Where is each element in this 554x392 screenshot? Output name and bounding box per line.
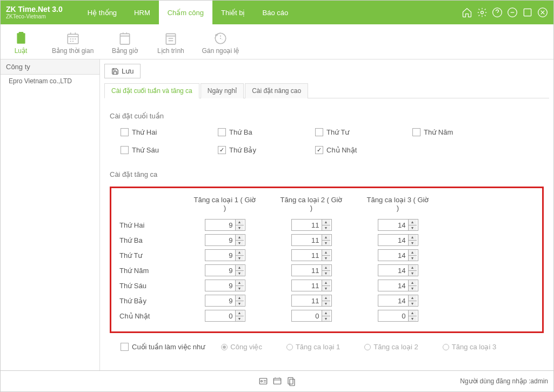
weekend-day-checkbox[interactable]: Thứ Năm — [412, 128, 461, 136]
gear-icon[interactable] — [477, 7, 488, 18]
tab-hrm[interactable]: HRM — [125, 1, 159, 24]
ot-hours-spinner[interactable]: ▲▼ — [291, 219, 332, 231]
toolbar-shift[interactable]: Bảng giờ — [110, 31, 139, 55]
spin-down-icon[interactable]: ▼ — [236, 286, 244, 291]
ot-hours-spinner[interactable]: ▲▼ — [205, 234, 245, 246]
subtab-weekend-ot[interactable]: Cài đặt cuối tuần và tăng ca — [104, 83, 199, 98]
ot-hours-spinner[interactable]: ▲▼ — [291, 264, 332, 276]
spin-down-icon[interactable]: ▼ — [322, 241, 330, 246]
ot-row: Thứ Năm▲▼▲▼▲▼ — [117, 263, 441, 278]
ot-hours-spinner[interactable]: ▲▼ — [291, 295, 332, 307]
spin-up-icon[interactable]: ▲ — [409, 310, 417, 316]
weekend-as-radio[interactable]: Tăng ca loại 2 — [364, 343, 418, 351]
weekend-day-checkbox[interactable]: Chủ Nhật — [315, 146, 364, 154]
spin-up-icon[interactable]: ▲ — [409, 295, 417, 301]
weekend-day-checkbox[interactable]: Thứ Hai — [121, 128, 169, 136]
spin-down-icon[interactable]: ▼ — [236, 271, 244, 276]
weekend-as-radio[interactable]: Công việc — [221, 343, 262, 351]
tab-attendance[interactable]: Chấm công — [159, 1, 212, 24]
spin-down-icon[interactable]: ▼ — [409, 301, 417, 307]
spin-down-icon[interactable]: ▼ — [409, 286, 417, 291]
save-button[interactable]: Lưu — [104, 64, 141, 78]
spin-up-icon[interactable]: ▲ — [322, 235, 330, 241]
spin-up-icon[interactable]: ▲ — [236, 265, 244, 271]
company-tree-item[interactable]: Epro Vietnam co.,LTD — [1, 75, 99, 88]
weekend-as-radio[interactable]: Tăng ca loại 1 — [286, 343, 340, 351]
home-icon[interactable] — [462, 7, 472, 18]
spin-down-icon[interactable]: ▼ — [322, 225, 330, 231]
ot-hours-spinner[interactable]: ▲▼ — [205, 310, 245, 322]
ot-hours-spinner[interactable]: ▲▼ — [378, 234, 418, 246]
ot-hours-spinner[interactable]: ▲▼ — [378, 310, 418, 322]
minimize-icon[interactable] — [507, 7, 518, 18]
spin-down-icon[interactable]: ▼ — [409, 256, 417, 261]
ot-hours-spinner[interactable]: ▲▼ — [291, 280, 332, 291]
maximize-icon[interactable] — [522, 7, 533, 18]
spin-down-icon[interactable]: ▼ — [322, 271, 330, 276]
spin-down-icon[interactable]: ▼ — [409, 271, 417, 276]
spin-up-icon[interactable]: ▲ — [409, 280, 417, 286]
spin-down-icon[interactable]: ▼ — [236, 301, 244, 307]
spin-down-icon[interactable]: ▼ — [236, 241, 244, 246]
toolbar-timetable[interactable]: Bảng thời gian — [52, 31, 94, 55]
spin-up-icon[interactable]: ▲ — [409, 220, 417, 225]
spin-down-icon[interactable]: ▼ — [236, 225, 244, 231]
ot-hours-spinner[interactable]: ▲▼ — [378, 219, 418, 231]
spin-up-icon[interactable]: ▲ — [236, 220, 244, 225]
spin-up-icon[interactable]: ▲ — [236, 235, 244, 241]
spin-up-icon[interactable]: ▲ — [236, 295, 244, 301]
ot-hours-spinner[interactable]: ▲▼ — [291, 249, 332, 261]
spin-down-icon[interactable]: ▼ — [409, 316, 417, 322]
spin-down-icon[interactable]: ▼ — [409, 225, 417, 231]
ot-hours-spinner[interactable]: ▲▼ — [205, 249, 245, 261]
help-icon[interactable] — [492, 7, 503, 18]
spin-down-icon[interactable]: ▼ — [322, 316, 330, 322]
subtab-advanced[interactable]: Cài đặt nâng cao — [245, 83, 308, 98]
weekend-day-checkbox[interactable]: Thứ Tư — [315, 128, 364, 136]
spin-up-icon[interactable]: ▲ — [322, 310, 330, 316]
weekend-day-checkbox[interactable]: Thứ Sáu — [121, 146, 169, 154]
ot-hours-spinner[interactable]: ▲▼ — [378, 249, 418, 261]
ot-hours-spinner[interactable]: ▲▼ — [205, 264, 245, 276]
ot-hours-spinner[interactable]: ▲▼ — [378, 264, 418, 276]
ot-hours-spinner[interactable]: ▲▼ — [378, 295, 418, 307]
status-icon-1[interactable] — [258, 376, 268, 386]
ot-hours-spinner[interactable]: ▲▼ — [378, 280, 418, 291]
spin-up-icon[interactable]: ▲ — [409, 235, 417, 241]
close-icon[interactable] — [537, 7, 548, 18]
spin-down-icon[interactable]: ▼ — [322, 301, 330, 307]
ot-hours-spinner[interactable]: ▲▼ — [205, 219, 245, 231]
weekend-day-checkbox[interactable]: Thứ Bảy — [218, 146, 266, 154]
status-icon-2[interactable] — [272, 376, 282, 386]
tab-device[interactable]: Thiết bị — [212, 1, 254, 24]
spin-up-icon[interactable]: ▲ — [322, 265, 330, 271]
tab-system[interactable]: Hệ thống — [79, 1, 125, 24]
subtab-holiday[interactable]: Ngày nghỉ — [201, 83, 244, 98]
spin-down-icon[interactable]: ▼ — [236, 316, 244, 322]
spin-up-icon[interactable]: ▲ — [322, 220, 330, 225]
status-icon-3[interactable] — [286, 376, 296, 386]
tab-report[interactable]: Báo cáo — [253, 1, 297, 24]
spin-up-icon[interactable]: ▲ — [322, 250, 330, 256]
toolbar-rules[interactable]: Luật — [6, 31, 36, 55]
ot-hours-spinner[interactable]: ▲▼ — [205, 295, 245, 307]
spin-up-icon[interactable]: ▲ — [322, 295, 330, 301]
ot-hours-spinner[interactable]: ▲▼ — [291, 310, 332, 322]
spin-up-icon[interactable]: ▲ — [409, 265, 417, 271]
ot-hours-spinner[interactable]: ▲▼ — [291, 234, 332, 246]
toolbar-exception[interactable]: Gán ngoại lệ — [202, 31, 239, 55]
spin-down-icon[interactable]: ▼ — [409, 241, 417, 246]
spin-up-icon[interactable]: ▲ — [236, 250, 244, 256]
spin-up-icon[interactable]: ▲ — [409, 250, 417, 256]
weekend-as-radio[interactable]: Tăng ca loại 3 — [443, 343, 496, 351]
spin-down-icon[interactable]: ▼ — [322, 286, 330, 291]
ot-hours-spinner[interactable]: ▲▼ — [205, 280, 245, 291]
spin-up-icon[interactable]: ▲ — [236, 280, 244, 286]
weekend-day-checkbox[interactable]: Thứ Ba — [218, 128, 266, 136]
spin-down-icon[interactable]: ▼ — [322, 256, 330, 261]
weekend-work-as-checkbox[interactable]: Cuối tuần làm việc như — [121, 343, 205, 351]
toolbar-schedule[interactable]: Lịch trình — [156, 31, 185, 55]
spin-up-icon[interactable]: ▲ — [322, 280, 330, 286]
spin-down-icon[interactable]: ▼ — [236, 256, 244, 261]
spin-up-icon[interactable]: ▲ — [236, 310, 244, 316]
